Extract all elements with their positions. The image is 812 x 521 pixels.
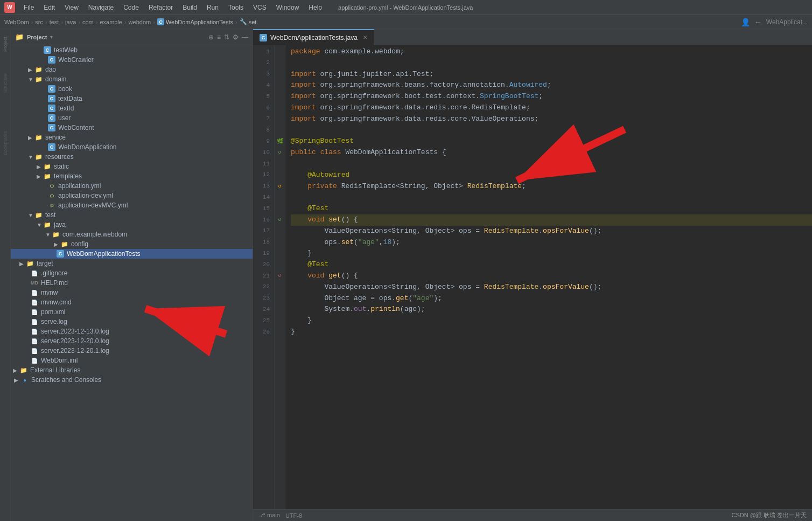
tree-item-service[interactable]: ▶ 📁 service	[11, 133, 253, 142]
breadcrumb-user-icon[interactable]: 👤	[741, 18, 750, 26]
tree-item-webcrawler[interactable]: C WebCrawler	[11, 55, 253, 65]
breadcrumb-back-icon[interactable]: ←	[754, 18, 762, 26]
menu-view[interactable]: View	[60, 3, 83, 12]
tree-item-book[interactable]: C book	[11, 84, 253, 94]
breadcrumb-method[interactable]: set	[249, 19, 257, 25]
tree-label-java: java	[54, 221, 66, 228]
tree-item-user[interactable]: C user	[11, 113, 253, 123]
structure-side-label[interactable]: Structure	[3, 73, 8, 93]
tree-item-package[interactable]: ▼ 📁 com.example.webdom	[11, 230, 253, 239]
tree-item-webdomapptests[interactable]: C WebDomApplicationTests	[11, 249, 253, 259]
tree-item-helpmd[interactable]: MD HELP.md	[11, 278, 253, 288]
tree-item-resources[interactable]: ▼ 📁 resources	[11, 152, 253, 162]
tree-item-testweb[interactable]: C testWeb	[11, 45, 253, 55]
tree-arrow-domain: ▼	[28, 77, 34, 82]
tree-label-resources: resources	[45, 153, 74, 161]
tree-label: WebDom.iml	[41, 357, 78, 364]
tree-item-java[interactable]: ▼ 📁 java	[11, 220, 253, 230]
close-panel-icon[interactable]: —	[242, 33, 248, 41]
code-line-12: @Autowired	[291, 170, 812, 181]
tree-item-textdata[interactable]: C textData	[11, 94, 253, 103]
menu-refactor[interactable]: Refactor	[144, 3, 177, 12]
class-icon: C	[47, 143, 56, 151]
log-icon: 📄	[30, 337, 39, 345]
tree-item-templates[interactable]: ▶ 📁 templates	[11, 171, 253, 181]
tree-item-gitignore[interactable]: 📄 .gitignore	[11, 268, 253, 278]
settings-icon[interactable]: ⚙	[233, 33, 239, 41]
tree-item-test[interactable]: ▼ 📁 test	[11, 210, 253, 220]
menu-tools[interactable]: Tools	[224, 3, 248, 12]
tree-label: textId	[58, 105, 74, 112]
editor-tabs: C WebDomApplicationTests.java ✕	[253, 29, 812, 45]
menu-edit[interactable]: Edit	[39, 3, 59, 12]
menu-file[interactable]: File	[19, 3, 38, 12]
tree-item-dao[interactable]: ▶ 📁 dao	[11, 65, 253, 74]
breadcrumb-webdom2[interactable]: webdom	[129, 19, 151, 25]
tree-label-tests: WebDomApplicationTests	[67, 250, 141, 258]
breadcrumb-java[interactable]: java	[65, 19, 76, 25]
breadcrumb-src[interactable]: src	[35, 19, 43, 25]
tree-item-servelog[interactable]: 📄 serve.log	[11, 317, 253, 327]
class-icon: C	[43, 46, 52, 54]
tree-item-appyml[interactable]: ⚙ application.yml	[11, 181, 253, 191]
tree-label-config: config	[71, 240, 88, 248]
line-numbers: 1 2 3 4 5 6 7 8 9 10 11 12 13 14 15 16 1	[253, 45, 275, 509]
tab-close-icon[interactable]: ✕	[363, 34, 367, 40]
tree-label-templates: templates	[54, 172, 82, 180]
new-item-icon[interactable]: ⊕	[208, 33, 214, 41]
breadcrumb-webdom[interactable]: WebDom	[4, 19, 29, 25]
code-line-24: System.out.println(age);	[291, 304, 812, 315]
tree-item-pomxml[interactable]: 📄 pom.xml	[11, 307, 253, 317]
tree-item-textid[interactable]: C textId	[11, 103, 253, 113]
project-dropdown[interactable]: ▾	[50, 34, 53, 40]
tree-item-config[interactable]: ▶ 📁 config	[11, 239, 253, 249]
code-lines[interactable]: package com.example.webdom; import org.j…	[285, 45, 812, 509]
tree-item-target[interactable]: ▶ 📁 target	[11, 259, 253, 268]
tree-arrow-target: ▶	[19, 261, 26, 267]
tree-item-log2[interactable]: 📄 server.2023-12-20.0.log	[11, 336, 253, 346]
tree-item-scratches[interactable]: ▶ ● Scratches and Consoles	[11, 375, 253, 385]
tree-arrow-dao: ▶	[28, 67, 34, 73]
tree-label: serve.log	[41, 318, 67, 325]
code-line-13: private RedisTemplate<String, Object> Re…	[291, 181, 812, 192]
menu-help[interactable]: Help	[304, 3, 326, 12]
code-line-14	[291, 192, 812, 203]
tree-item-mvnwcmd[interactable]: 📄 mvnw.cmd	[11, 297, 253, 307]
tree-item-log1[interactable]: 📄 server.2023-12-13.0.log	[11, 327, 253, 336]
menu-window[interactable]: Window	[272, 3, 304, 12]
tree-item-domain[interactable]: ▼ 📁 domain	[11, 74, 253, 84]
menu-navigate[interactable]: Navigate	[84, 3, 118, 12]
tree-item-webdomapp[interactable]: C WebDomApplication	[11, 142, 253, 152]
breadcrumb-test[interactable]: test	[50, 19, 59, 25]
csdn-watermark: CSDN @跟 耿瑞 卷出一片天	[731, 511, 807, 519]
menu-build[interactable]: Build	[178, 3, 201, 12]
tree-item-webcontent[interactable]: C WebContent	[11, 123, 253, 133]
tree-label: HELP.md	[41, 279, 68, 287]
line-gutter: 🌿 ↺ ↺ ↺ ↺	[275, 45, 285, 509]
code-editor[interactable]: 1 2 3 4 5 6 7 8 9 10 11 12 13 14 15 16 1	[253, 45, 812, 509]
tree-item-mvnw[interactable]: 📄 mvnw	[11, 288, 253, 297]
sort-icon[interactable]: ⇅	[224, 33, 229, 41]
collapse-icon[interactable]: ≡	[217, 33, 221, 41]
tree-item-log3[interactable]: 📄 server.2023-12-20.1.log	[11, 346, 253, 356]
tree-item-extlibs[interactable]: ▶ 📁 External Libraries	[11, 365, 253, 375]
code-line-19: }	[291, 248, 812, 259]
tree-item-webdomiml[interactable]: 📄 WebDom.iml	[11, 356, 253, 365]
editor-tab-main[interactable]: C WebDomApplicationTests.java ✕	[253, 29, 374, 45]
bookmarks-side-label[interactable]: Bookmarks	[3, 131, 8, 155]
tree-item-appdevyml[interactable]: ⚙ application-dev.yml	[11, 191, 253, 200]
menu-code[interactable]: Code	[119, 3, 143, 12]
menu-run[interactable]: Run	[202, 3, 223, 12]
tree-label: book	[58, 85, 72, 93]
tree-item-static[interactable]: ▶ 📁 static	[11, 162, 253, 171]
tree-label: testWeb	[54, 46, 78, 54]
breadcrumb-example[interactable]: example	[100, 19, 122, 25]
tree-item-appdevmvcyml[interactable]: ⚙ application-devMVC.yml	[11, 200, 253, 210]
menu-vcs[interactable]: VCS	[249, 3, 271, 12]
breadcrumb-class[interactable]: WebDomApplicationTests	[166, 19, 233, 25]
yaml-icon: ⚙	[47, 182, 56, 190]
iml-icon: 📄	[30, 356, 39, 365]
breadcrumb-com[interactable]: com	[82, 19, 94, 25]
tree-arrow-service: ▶	[28, 135, 34, 141]
project-side-label[interactable]: Project	[3, 37, 8, 52]
